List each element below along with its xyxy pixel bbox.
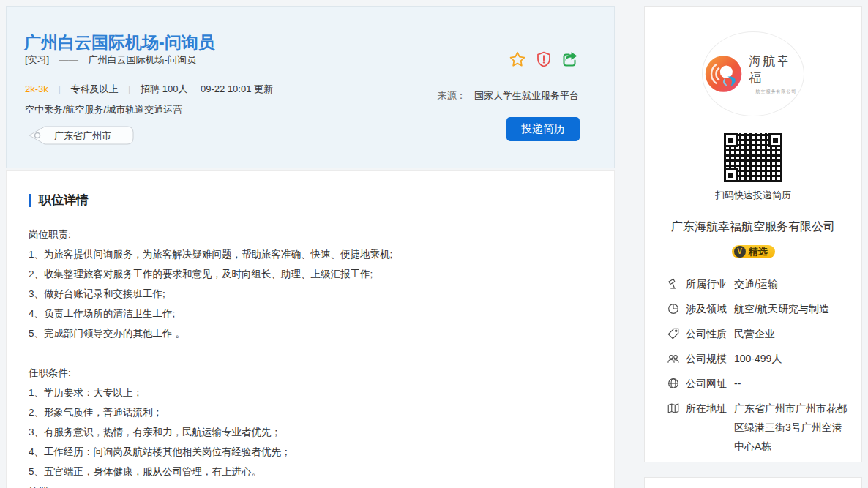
scale-icon — [667, 352, 680, 365]
company-detail-value: 民营企业 — [734, 324, 848, 343]
company-detail-label: 公司网址 — [686, 374, 727, 393]
job-description-line: 5、五官端正，身体健康，服从公司管理，有上进心。 — [29, 462, 592, 481]
job-description-line: 岗位职责: — [29, 225, 592, 244]
source-row: 来源： 国家大学生就业服务平台 — [437, 89, 579, 102]
company-detail-row: 公司规模 100-499人 — [667, 349, 848, 368]
verified-v-icon: V — [734, 246, 746, 258]
company-detail-row: 公司网址 -- — [667, 374, 848, 393]
field-icon — [667, 302, 680, 315]
company-detail-value: 航空/航天研究与制造 — [734, 299, 848, 318]
job-subtitle: 广州白云国际机场-问询员 — [88, 54, 195, 65]
updated-time: 09-22 10:01 更新 — [201, 83, 273, 94]
header-action-icons — [509, 50, 579, 68]
share-icon[interactable] — [561, 50, 579, 68]
job-description-line: 待遇: — [29, 481, 592, 488]
report-icon[interactable] — [535, 50, 553, 68]
job-meta-row: 2k-3k | 专科及以上 | 招聘 100人 09-22 10:01 更新 — [25, 83, 273, 96]
salary-range: 2k-3k — [25, 83, 48, 94]
featured-badge-label: 精选 — [749, 245, 768, 258]
page-title: 广州白云国际机场-问询员 — [24, 31, 215, 54]
qr-finder-pattern — [768, 133, 782, 147]
apply-resume-button[interactable]: 投递简历 — [506, 117, 580, 141]
company-details: 所属行业 交通/运输 涉及领域 航空/航天研究与制造 — [645, 274, 861, 462]
section-title: 职位详情 — [39, 192, 89, 209]
address-icon — [667, 402, 680, 415]
company-detail-row: 公司性质 民营企业 — [667, 324, 848, 343]
job-description-line — [29, 343, 592, 363]
job-description-line: 4、工作经历：问询岗及航站楼其他相关岗位有经验者优先； — [29, 442, 592, 462]
favorite-star-icon[interactable] — [509, 50, 526, 68]
featured-badge: V 精选 — [732, 245, 775, 258]
main-column: 广州白云国际机场-问询员 [实习] —— 广州白云国际机场-问询员 — [6, 6, 615, 488]
company-logo-text: 海航幸福 航空服务有限公司 — [749, 53, 804, 95]
company-detail-row: 所在地址 广东省广州市广州市花都区绿港三街3号广州空港中心A栋 — [667, 399, 848, 456]
company-detail-row: 所属行业 交通/运输 — [667, 274, 848, 293]
job-categories: 空中乘务/航空服务/城市轨道交通运营 — [25, 103, 182, 116]
company-name: 广东海航幸福航空服务有限公司 — [671, 219, 835, 235]
job-description-line: 2、收集整理旅客对服务工作的要求和意见，及时向组长、助理、上级汇报工作; — [29, 264, 592, 284]
company-card: 海航幸福 航空服务有限公司 扫码快速投递简历 广东海航幸福航空服务有限公司 V … — [644, 6, 862, 462]
dash-separator: —— — [59, 54, 78, 65]
company-detail-value: 交通/运输 — [734, 274, 848, 293]
job-description-line: 任职条件: — [29, 363, 592, 383]
company-detail-value: 100-499人 — [734, 349, 848, 368]
sidebar: 海航幸福 航空服务有限公司 扫码快速投递简历 广东海航幸福航空服务有限公司 V … — [644, 6, 862, 488]
company-detail-value: -- — [734, 374, 848, 393]
job-description-line: 1、学历要求：大专以上； — [29, 383, 592, 402]
company-detail-label: 涉及领域 — [686, 299, 727, 318]
company-logo-subtitle: 航空服务有限公司 — [749, 89, 804, 95]
job-description: 岗位职责: 1、为旅客提供问询服务，为旅客解决疑难问题，帮助旅客准确、快速、便捷… — [29, 225, 592, 488]
company-detail-label: 所在地址 — [686, 399, 727, 456]
industry-icon — [667, 277, 680, 290]
company-detail-row: 涉及领域 航空/航天研究与制造 — [667, 299, 848, 318]
job-detail-page: 广州白云国际机场-问询员 [实习] —— 广州白云国际机场-问询员 — [0, 0, 868, 488]
next-sidebar-card — [644, 477, 862, 488]
website-icon — [667, 377, 680, 390]
resume-qr-code — [724, 133, 782, 181]
company-detail-label: 公司性质 — [686, 324, 727, 343]
location-tag[interactable]: 广东省广州市 — [25, 125, 136, 146]
company-logo-title: 海航幸福 — [749, 53, 804, 86]
job-header-card: 广州白云国际机场-问询员 [实习] —— 广州白云国际机场-问询员 — [6, 6, 615, 168]
section-accent-bar — [29, 194, 31, 207]
nature-icon — [667, 327, 680, 340]
education-requirement: 专科及以上 — [70, 83, 118, 94]
job-description-line: 1、为旅客提供问询服务，为旅客解决疑难问题，帮助旅客准确、快速、便捷地乘机; — [29, 244, 592, 264]
job-description-line: 4、负责工作场所的清洁卫生工作; — [29, 304, 592, 323]
source-label: 来源： — [437, 90, 465, 101]
intern-tag: [实习] — [25, 54, 49, 65]
section-header: 职位详情 — [29, 192, 592, 209]
job-description-line: 5、完成部门领导交办的其他工作 。 — [29, 323, 592, 343]
company-detail-label: 公司规模 — [686, 349, 727, 368]
recruit-count: 招聘 100人 — [141, 83, 187, 94]
job-description-line: 2、形象气质佳，普通话流利； — [29, 402, 592, 422]
company-logo: 海航幸福 航空服务有限公司 — [702, 31, 804, 116]
company-logo-mark-icon — [703, 53, 744, 95]
job-subtitle-row: [实习] —— 广州白云国际机场-问询员 — [25, 53, 196, 67]
qr-finder-pattern — [724, 168, 738, 182]
location-label: 广东省广州市 — [54, 129, 111, 143]
source-value: 国家大学生就业服务平台 — [474, 90, 579, 101]
job-description-line: 3、做好台账记录和交接班工作; — [29, 284, 592, 304]
qr-finder-pattern — [724, 133, 738, 147]
job-detail-card: 职位详情 岗位职责: 1、为旅客提供问询服务，为旅客解决疑难问题，帮助旅客准确、… — [6, 170, 615, 488]
qr-caption: 扫码快速投递简历 — [715, 189, 791, 202]
job-description-line: 3、有服务意识，热情，有亲和力，民航运输专业者优先； — [29, 422, 592, 442]
company-detail-value: 广东省广州市广州市花都区绿港三街3号广州空港中心A栋 — [734, 399, 848, 456]
company-detail-label: 所属行业 — [686, 274, 727, 293]
